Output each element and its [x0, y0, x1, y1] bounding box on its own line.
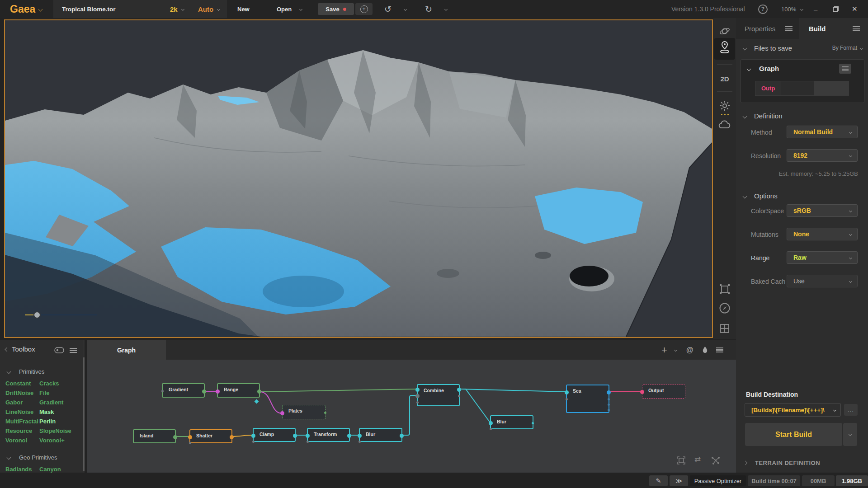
toolbox-item[interactable]: SlopeNoise — [39, 427, 80, 437]
chevron-down-icon[interactable] — [747, 67, 751, 71]
secondary-port[interactable] — [490, 428, 492, 430]
toolbox-item[interactable]: Cracks — [39, 380, 80, 389]
fast-forward-button[interactable]: ≫ — [670, 475, 688, 486]
toolbox-item[interactable]: Voronoi — [5, 437, 39, 446]
toolbox-item[interactable]: Gradient — [39, 399, 80, 408]
toolbox-toggle-icon[interactable] — [54, 347, 64, 355]
toolbox-item[interactable]: DriftNoise — [5, 389, 39, 399]
output-port[interactable] — [202, 389, 206, 394]
input-port[interactable] — [415, 388, 420, 392]
toolbox-menu-icon[interactable] — [70, 347, 77, 354]
sun-lighting-icon[interactable] — [713, 99, 736, 112]
output-port[interactable] — [173, 435, 177, 439]
toolbox-item[interactable]: MultiFractal — [5, 418, 39, 427]
toolbox-item[interactable]: Perlin — [39, 418, 80, 427]
refresh-graph-icon[interactable]: ⇄ — [694, 455, 701, 464]
output-port[interactable] — [230, 435, 234, 439]
range-dropdown[interactable]: Raw — [787, 251, 858, 264]
ui-zoom-dropdown[interactable]: 100% — [781, 0, 803, 18]
method-dropdown[interactable]: Normal Build — [787, 126, 858, 138]
secondary-port[interactable] — [189, 442, 191, 444]
input-port[interactable] — [306, 434, 310, 438]
output-port[interactable] — [324, 412, 326, 414]
collapse-toolbox-icon[interactable] — [5, 347, 9, 352]
minimize-button[interactable]: – — [814, 0, 817, 18]
node-range[interactable]: Range — [217, 383, 260, 398]
tab-build[interactable]: Build — [799, 18, 868, 39]
secondary-port[interactable] — [307, 441, 309, 443]
input-port[interactable] — [161, 390, 164, 392]
add-button[interactable]: + — [355, 3, 373, 15]
chevron-down-icon[interactable] — [7, 370, 11, 374]
output-file-row[interactable]: Outp — [755, 81, 849, 96]
node-clamp[interactable]: Clamp — [253, 428, 296, 442]
chevron-down-icon[interactable] — [743, 194, 747, 199]
undo-icon[interactable]: ↺ — [384, 0, 392, 18]
help-icon[interactable]: ? — [758, 5, 768, 14]
secondary-output-port[interactable] — [608, 409, 610, 411]
colorspace-dropdown[interactable]: sRGB — [787, 204, 858, 217]
terrain-definition-section[interactable]: TERRAIN DEFINITION — [755, 460, 820, 466]
resolution-dropdown[interactable]: 8192 — [787, 149, 858, 162]
input-port-2[interactable] — [415, 394, 420, 398]
redo-history-dropdown[interactable] — [445, 0, 447, 18]
toolbox-item[interactable]: Gabor — [5, 399, 39, 408]
toolbox-item[interactable]: LineNoise — [5, 408, 39, 418]
node-plates[interactable]: Plates — [282, 405, 326, 419]
output-port[interactable] — [457, 388, 461, 392]
undo-history-dropdown[interactable] — [404, 0, 406, 18]
secondary-output-port[interactable] — [608, 404, 610, 406]
2d-view-button[interactable]: 2D — [713, 75, 736, 83]
clouds-icon[interactable] — [713, 120, 736, 129]
save-button[interactable]: Save — [318, 3, 354, 15]
menu-icon[interactable] — [785, 18, 793, 39]
build-path-dropdown[interactable]: [Builds]\[Filename]\[+++]\ — [745, 403, 841, 417]
frame-selection-icon[interactable] — [713, 283, 736, 296]
secondary-port[interactable] — [566, 398, 568, 400]
chevron-down-icon[interactable] — [7, 455, 11, 460]
input-port[interactable] — [565, 390, 569, 394]
toolbox-item[interactable]: Mask — [39, 408, 80, 418]
toolbox-item[interactable]: Resource — [5, 427, 39, 437]
start-build-options-button[interactable] — [843, 423, 857, 446]
node-island[interactable]: Island — [133, 429, 176, 443]
chevron-right-icon[interactable] — [743, 461, 748, 465]
add-node-icon[interactable]: + — [661, 340, 667, 360]
mutations-dropdown[interactable]: None — [787, 228, 858, 240]
output-file-options-cell[interactable] — [814, 81, 849, 95]
node-graph-canvas[interactable]: Gradient Range Plates Island Shatter Cla… — [87, 360, 736, 473]
close-button[interactable]: ✕ — [852, 0, 858, 18]
node-shatter[interactable]: Shatter — [189, 429, 232, 443]
auto-layout-icon[interactable] — [711, 455, 721, 467]
node-gradient[interactable]: Gradient — [162, 383, 205, 398]
tab-graph[interactable]: Graph — [87, 340, 166, 360]
secondary-port[interactable] — [416, 401, 419, 404]
optimizer-status[interactable]: Passive Optimizer — [690, 475, 746, 486]
scrollbar-thumb[interactable] — [83, 357, 85, 471]
output-port[interactable] — [293, 434, 297, 438]
3d-viewport[interactable] — [4, 19, 713, 338]
input-port[interactable] — [358, 434, 362, 438]
menu-icon[interactable] — [853, 18, 860, 39]
layout-grid-icon[interactable] — [713, 323, 736, 334]
fit-graph-icon[interactable] — [676, 455, 686, 467]
group-menu-button[interactable] — [839, 64, 851, 74]
secondary-port[interactable] — [359, 441, 361, 443]
resolution-dropdown[interactable]: 2k — [170, 0, 184, 18]
toolbox-item[interactable]: File — [39, 389, 80, 399]
node-blur-2[interactable]: Blur — [490, 415, 533, 429]
input-port[interactable] — [280, 411, 284, 415]
node-blur[interactable]: Blur — [359, 428, 402, 442]
output-port[interactable] — [257, 389, 261, 394]
output-file-format-cell[interactable] — [781, 81, 814, 95]
toolbox-item[interactable]: Constant — [5, 380, 39, 389]
node-transform[interactable]: Transform — [307, 428, 350, 442]
output-port[interactable] — [400, 434, 404, 438]
add-node-dropdown[interactable] — [675, 340, 677, 360]
mention-icon[interactable]: @ — [686, 340, 693, 360]
output-port[interactable] — [532, 422, 534, 424]
input-port[interactable] — [216, 389, 220, 394]
start-build-button[interactable]: Start Build — [745, 423, 842, 446]
graph-menu-icon[interactable] — [716, 340, 723, 360]
terrain-pin-view-icon[interactable] — [713, 41, 736, 54]
